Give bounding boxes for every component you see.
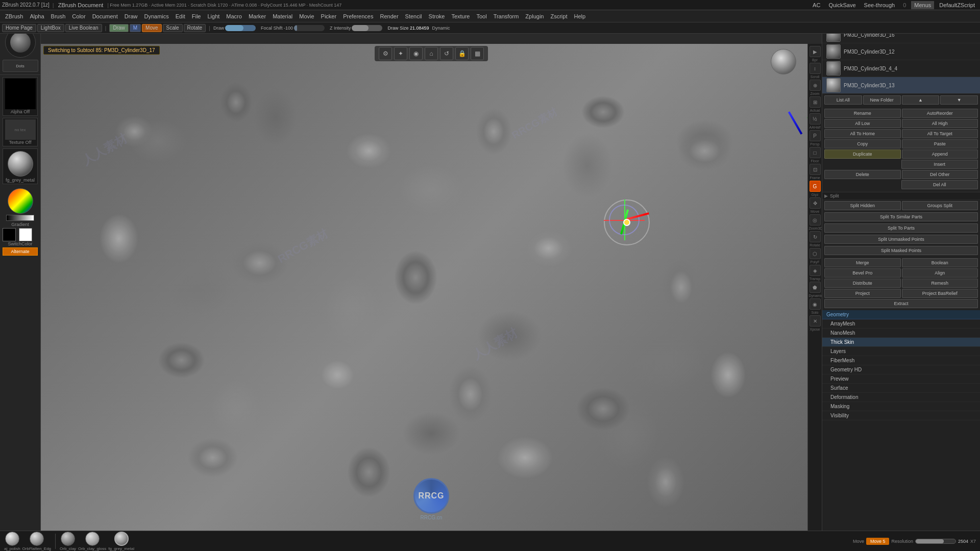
mat-orbclay-gloss[interactable]: Orb_clay_gloss [78,532,106,551]
item-layers[interactable]: Layers [822,347,980,356]
btn-bevel-pro[interactable]: Bevel Pro [824,268,901,278]
item-nanomesh[interactable]: NanoMesh [822,329,980,338]
main-canvas[interactable]: 人人素材 RRCG素材 人人素材 RRCG素材 ⚙ ✦ ◉ ⌂ ↺ 🔒 ▦ [41,44,822,531]
btn-move[interactable]: M [130,24,141,32]
mat-fg-grey-metal[interactable]: fg_grey_metal [108,532,134,551]
btn-copy[interactable]: Copy [824,139,901,148]
btn-split-unmasked[interactable]: Split Unmasked Points [824,235,978,244]
strip-frame[interactable]: ⊡ [810,164,821,175]
btn-project[interactable]: Project [824,289,901,298]
btn-align[interactable]: Align [902,268,978,278]
strip-xpose[interactable]: ✕ [810,315,821,327]
background-color[interactable] [19,228,32,241]
menu-zplugin[interactable]: Zplugin [522,12,547,20]
material-panel[interactable]: fg_grey_metal [3,148,38,184]
menu-light[interactable]: Light [204,12,223,20]
btn-arrow-up[interactable]: ▲ [902,95,940,105]
strip-scroll[interactable]: ↕ [810,63,821,74]
btn-scale[interactable]: Scale [163,24,183,32]
btn-rename[interactable]: Rename [824,109,901,118]
mat-orbclay[interactable]: Orb_clay [60,532,76,551]
canvas-target-icon[interactable]: ◉ [409,47,423,60]
menu-seethrough[interactable]: See-through [861,1,898,9]
menu-zscript[interactable]: Zscript [547,12,570,20]
btn-move2[interactable]: Move [142,24,161,32]
btn-insert[interactable]: Insert [901,160,978,169]
menu-preferences[interactable]: Preferences [340,12,376,20]
menu-stencil[interactable]: Stencil [402,12,425,20]
btn-project-basrelief[interactable]: Project BasRelief [902,289,978,298]
menu-draw[interactable]: Draw [121,12,141,20]
menu-ac[interactable]: AC [810,1,823,9]
menu-render[interactable]: Render [377,12,401,20]
canvas-undo-icon[interactable]: ↺ [440,47,453,60]
item-deformation[interactable]: Deformation [822,393,980,402]
strip-aahalf[interactable]: ½ [810,113,821,124]
canvas-home-icon[interactable]: ⌂ [425,47,438,60]
btn-append[interactable]: Append [902,149,978,159]
menu-movie[interactable]: Movie [296,12,317,20]
btn-all-to-home[interactable]: All To Home [824,129,901,138]
btn-lightbox[interactable]: LightBox [37,24,64,32]
btn-homepage[interactable]: Home Page [2,24,36,32]
menu-macro[interactable]: Macro [223,12,245,20]
btn-delete[interactable]: Delete [824,170,901,179]
strip-bpr[interactable]: ▶ [810,46,821,57]
menu-file[interactable]: File [189,12,204,20]
strip-floor[interactable]: □ [810,147,821,158]
btn-all-to-target[interactable]: All To Target [902,129,978,138]
item-thick-skin[interactable]: Thick Skin [822,338,980,347]
geometry-section-header[interactable]: Geometry [822,310,980,319]
strip-dynamic[interactable]: ⬟ [810,282,821,293]
item-surface[interactable]: Surface [822,384,980,393]
canvas-settings-icon[interactable]: ⚙ [379,47,392,60]
strip-transp[interactable]: ◈ [810,265,821,276]
btn-boolean[interactable]: Boolean [902,258,978,267]
strip-rotate[interactable]: ↻ [810,231,821,242]
menu-menus[interactable]: Menus [911,1,934,9]
menu-brush[interactable]: Brush [48,12,69,20]
menu-defaultzscript[interactable]: DefaultZScript [936,1,978,9]
res-track[interactable] [915,539,956,544]
btn-all-high[interactable]: All High [902,119,978,128]
menu-help[interactable]: Help [571,12,589,20]
item-preview[interactable]: Preview [822,374,980,384]
menu-picker[interactable]: Picker [318,12,340,20]
btn-dots[interactable]: Dots [3,60,38,72]
menu-transform[interactable]: Transform [491,12,522,20]
menu-tool[interactable]: Tool [473,12,489,20]
btn-split-similar[interactable]: Split To Similar Parts [824,212,978,221]
btn-new-folder[interactable]: New Folder [863,95,901,105]
canvas-grid-icon[interactable]: ▦ [471,47,484,60]
mat-orbflatten[interactable]: OrbFlatten_Edg [22,532,51,551]
menu-texture[interactable]: Texture [448,12,473,20]
strip-actual[interactable]: ⊞ [810,96,821,108]
menu-dynamics[interactable]: Dynamics [141,12,172,20]
menu-document[interactable]: ZBrush Document [55,1,107,9]
item-visibility[interactable]: Visibility [822,411,980,420]
canvas-star-icon[interactable]: ✦ [394,47,407,60]
btn-merge[interactable]: Merge [824,258,901,267]
alternate-btn[interactable]: Alternate [3,247,38,256]
btn-all-low[interactable]: All Low [824,119,901,128]
menu-alpha[interactable]: Alpha [27,12,47,20]
btn-del-other[interactable]: Del Other [902,170,978,179]
foreground-color[interactable] [3,228,16,241]
menu-quicksave[interactable]: QuickSave [825,1,859,9]
menu-color[interactable]: Color [69,12,88,20]
btn-del-all[interactable]: Del All [901,180,978,189]
btn-draw[interactable]: Draw [109,24,128,32]
mat-ajpolish[interactable]: aj_polish [4,532,20,551]
split-section-header[interactable]: ▶ Split [822,192,980,200]
strip-giyz[interactable]: G [810,181,821,192]
btn-autoreorder[interactable]: AutoReorder [902,109,978,118]
color-swatch[interactable] [8,188,33,214]
btn-remesh[interactable]: Remesh [902,279,978,288]
menu-document[interactable]: Document [89,12,121,20]
alpha-panel[interactable]: Alpha Off [3,77,38,116]
strip-polyf[interactable]: ⬡ [810,248,821,259]
orientation-sphere[interactable] [771,49,796,74]
transform-gizmo[interactable] [604,199,650,245]
btn-groups-split[interactable]: Groups Split [902,201,978,210]
subtool-item-3[interactable]: PM3D_Cylinder3D_13 [822,77,980,94]
